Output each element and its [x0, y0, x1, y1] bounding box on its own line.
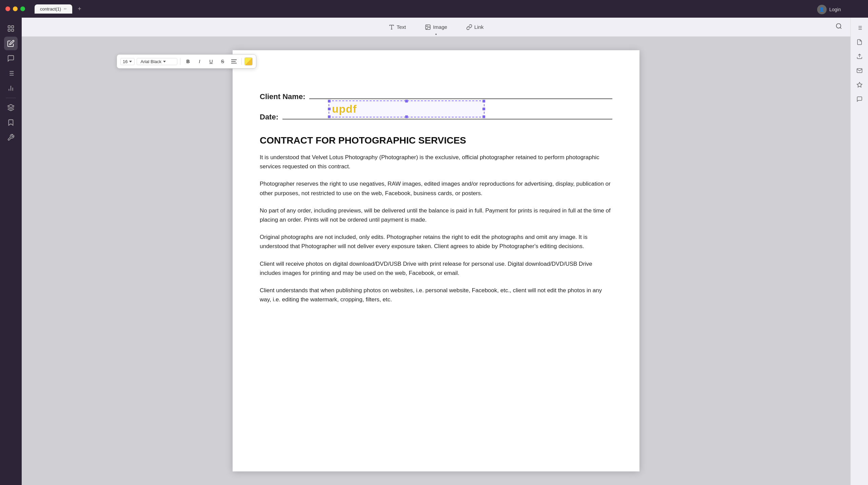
chevron-down-font-icon: [163, 60, 166, 63]
toolbar-image-label: Image: [433, 24, 447, 30]
tab-bar: contract(1) ✏ +: [35, 4, 84, 14]
right-sidebar-icon-list[interactable]: [853, 22, 866, 34]
login-area[interactable]: 👤 Login: [817, 5, 841, 14]
svg-point-17: [427, 26, 427, 26]
tab-contract[interactable]: contract(1) ✏: [35, 4, 72, 14]
toolbar-image-button[interactable]: Image: [421, 22, 451, 32]
italic-button[interactable]: I: [195, 57, 204, 66]
chevron-down-icon: [129, 60, 132, 63]
doc-content: Client Name: Date: CONTRACT FOR PHOTOGRA…: [260, 91, 612, 304]
traffic-lights: [5, 6, 25, 11]
paragraph-3: No part of any order, including previews…: [260, 206, 612, 224]
paragraph-5: Client will receive photos on digital do…: [260, 259, 612, 278]
client-name-label: Client Name:: [260, 92, 305, 101]
handle-lm[interactable]: [328, 108, 331, 110]
minimize-button[interactable]: [13, 6, 18, 11]
font-size-selector[interactable]: 16: [120, 58, 135, 65]
handle-tm[interactable]: [405, 100, 408, 102]
toolbar-link-button[interactable]: Link: [462, 22, 488, 32]
align-icon: [231, 59, 237, 64]
section-title: CONTRACT FOR PHOTOGRAPHIC SERVICES: [260, 135, 612, 146]
search-button[interactable]: [835, 23, 842, 31]
client-name-field[interactable]: [309, 91, 612, 99]
login-label: Login: [829, 7, 841, 12]
handle-tl[interactable]: [328, 100, 331, 102]
date-label: Date:: [260, 113, 278, 122]
font-size-value: 16: [123, 59, 127, 64]
titlebar: contract(1) ✏ + 👤 Login: [0, 0, 868, 18]
sidebar-icon-layers[interactable]: [4, 101, 18, 114]
paragraph-4: Original photographs are not included, o…: [260, 232, 612, 251]
right-export-icon: [856, 53, 863, 59]
svg-rect-2: [8, 29, 10, 31]
handle-rm[interactable]: [482, 108, 485, 110]
updf-text: updf: [332, 103, 357, 115]
text-box-selected[interactable]: updf: [329, 100, 485, 117]
sidebar-icon-tool[interactable]: [4, 131, 18, 144]
separator-2: [241, 58, 242, 65]
svg-marker-21: [163, 61, 166, 62]
sidebar-icon-edit[interactable]: [4, 37, 18, 50]
toolbar-link-label: Link: [474, 24, 484, 30]
align-button[interactable]: [229, 57, 239, 66]
svg-line-19: [840, 27, 842, 29]
maximize-button[interactable]: [20, 6, 25, 11]
handle-bl[interactable]: [328, 115, 331, 118]
sidebar-left: [0, 18, 22, 485]
right-sidebar-icon-chat[interactable]: [853, 93, 866, 105]
text-icon: [389, 24, 395, 30]
right-sidebar-icon-page[interactable]: [853, 36, 866, 48]
svg-rect-3: [12, 29, 14, 31]
paragraph-1: It is understood that Velvet Lotus Photo…: [260, 153, 612, 171]
svg-marker-13: [8, 105, 14, 108]
text-format-toolbar: 16 Arial Black B I U S: [117, 54, 256, 69]
document-area[interactable]: 16 Arial Black B I U S: [22, 37, 850, 485]
document-page: updf Client Name: Date: CONTRACT FOR PHO…: [233, 50, 639, 471]
svg-point-18: [836, 24, 841, 28]
handle-br[interactable]: [482, 115, 485, 118]
color-picker-button[interactable]: [244, 57, 253, 66]
right-sidebar-icon-star[interactable]: [853, 79, 866, 91]
underline-button[interactable]: U: [206, 57, 216, 66]
toolbar-text-button[interactable]: Text: [384, 22, 410, 32]
sidebar-icon-comment[interactable]: [4, 52, 18, 65]
right-page-icon: [856, 39, 863, 45]
right-sidebar-icon-export[interactable]: [853, 50, 866, 62]
sidebar-icon-chart[interactable]: [4, 81, 18, 95]
sidebar-icon-bookmark[interactable]: [4, 116, 18, 129]
strikethrough-button[interactable]: S: [218, 57, 227, 66]
tab-edit-icon: ✏: [64, 7, 67, 11]
right-mail-icon: [856, 68, 863, 74]
right-sidebar-icon-mail[interactable]: [853, 64, 866, 77]
sidebar-icon-home[interactable]: [4, 22, 18, 35]
client-name-row: Client Name:: [260, 91, 612, 101]
toolbar-text-label: Text: [397, 24, 406, 30]
search-icon: [835, 23, 842, 30]
new-tab-button[interactable]: +: [75, 4, 84, 14]
bold-button[interactable]: B: [183, 57, 193, 66]
main-content: Text Image Link: [22, 18, 850, 485]
app-body: Text Image Link: [0, 18, 868, 485]
sidebar-icon-list[interactable]: [4, 67, 18, 80]
svg-rect-0: [8, 26, 10, 28]
avatar: 👤: [817, 5, 827, 14]
svg-marker-20: [129, 61, 132, 62]
handle-bm[interactable]: [405, 115, 408, 118]
tab-label: contract(1): [40, 6, 61, 12]
svg-marker-31: [857, 82, 862, 87]
close-button[interactable]: [5, 6, 10, 11]
sidebar-right: [850, 18, 868, 485]
paragraph-2: Photographer reserves the right to use n…: [260, 179, 612, 198]
right-list-icon: [856, 25, 863, 31]
right-star-icon: [856, 82, 863, 88]
image-icon: [425, 24, 431, 30]
toolbar-dot: [435, 34, 437, 35]
font-name-selector[interactable]: Arial Black: [137, 58, 177, 65]
toolbar: Text Image Link: [22, 18, 850, 37]
sidebar-divider: [6, 98, 16, 98]
font-name-value: Arial Black: [140, 59, 161, 64]
svg-rect-1: [12, 26, 14, 28]
paragraph-6: Client understands that when publishing …: [260, 286, 612, 304]
handle-tr[interactable]: [482, 100, 485, 102]
right-chat-icon: [856, 96, 863, 102]
